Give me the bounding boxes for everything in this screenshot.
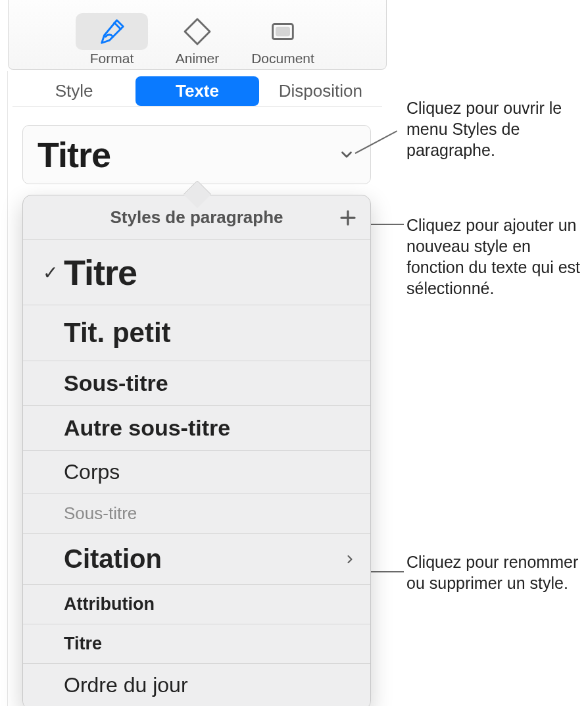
- style-row-label: Citation: [64, 534, 341, 584]
- paragraph-style-current: Titre: [37, 134, 337, 175]
- callout-add-style: Cliquez pour ajouter un nouveau style en…: [406, 214, 588, 299]
- style-row[interactable]: Attribution: [23, 584, 370, 624]
- inspector-toolbar: Format Animer Document: [8, 0, 387, 70]
- style-row-label: Titre: [64, 624, 358, 663]
- toolbar-document[interactable]: Document: [240, 13, 326, 65]
- style-row[interactable]: Sous-titre: [23, 493, 370, 533]
- style-row[interactable]: Titre: [23, 624, 370, 663]
- svg-rect-0: [185, 19, 210, 44]
- text-inspector-tabs: Style Texte Disposition: [12, 76, 382, 107]
- style-row-label: Attribution: [64, 585, 358, 624]
- toolbar-format-label: Format: [90, 51, 134, 65]
- paragraph-style-list: ✓TitreTit. petitSous-titreAutre sous-tit…: [23, 240, 370, 706]
- style-row-label: Sous-titre: [64, 494, 358, 533]
- style-row-label: Ordre du jour: [64, 664, 358, 706]
- chevron-right-icon[interactable]: [341, 553, 358, 566]
- format-icon: [76, 13, 148, 50]
- callout-open-menu: Cliquez pour ouvrir le menu Styles de pa…: [406, 97, 588, 161]
- style-row[interactable]: ✓Titre: [23, 240, 370, 305]
- tab-style[interactable]: Style: [12, 76, 135, 106]
- tab-texte[interactable]: Texte: [135, 76, 258, 106]
- toolbar-document-label: Document: [251, 51, 314, 65]
- tab-disposition[interactable]: Disposition: [259, 76, 382, 106]
- style-row-label: Sous-titre: [64, 361, 358, 405]
- document-icon: [247, 13, 319, 50]
- style-row[interactable]: Sous-titre: [23, 361, 370, 405]
- gutter-line: [7, 71, 8, 706]
- popover-title: Styles de paragraphe: [110, 207, 283, 228]
- add-style-button[interactable]: [336, 206, 360, 230]
- chevron-down-icon: [337, 145, 356, 164]
- style-row-label: Titre: [64, 240, 358, 305]
- style-row[interactable]: Tit. petit: [23, 305, 370, 361]
- paragraph-styles-popover: Styles de paragraphe ✓TitreTit. petitSou…: [22, 195, 371, 706]
- callout-rename-delete: Cliquez pour renommer ou supprimer un st…: [406, 551, 588, 593]
- checkmark-icon: ✓: [36, 262, 64, 284]
- svg-rect-2: [276, 28, 289, 36]
- toolbar-format[interactable]: Format: [69, 13, 155, 65]
- toolbar-animer[interactable]: Animer: [155, 13, 240, 65]
- style-row[interactable]: Autre sous-titre: [23, 405, 370, 450]
- style-row-label: Tit. petit: [64, 305, 358, 361]
- style-row[interactable]: Ordre du jour: [23, 663, 370, 706]
- style-row[interactable]: Corps: [23, 450, 370, 493]
- style-row-label: Autre sous-titre: [64, 406, 358, 450]
- animer-icon: [161, 13, 233, 50]
- style-row[interactable]: Citation: [23, 533, 370, 584]
- style-row-label: Corps: [64, 451, 358, 493]
- paragraph-style-selector[interactable]: Titre: [22, 125, 371, 184]
- toolbar-animer-label: Animer: [176, 51, 220, 65]
